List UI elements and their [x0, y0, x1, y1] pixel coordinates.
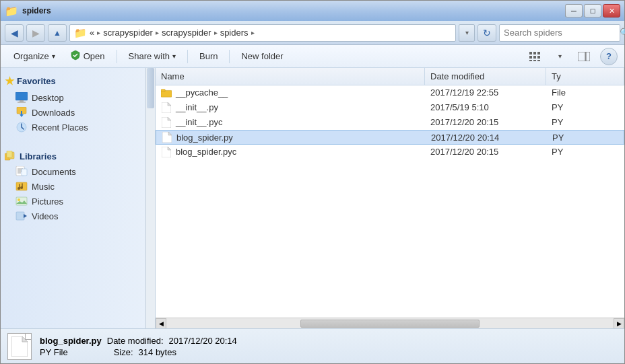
new-folder-button[interactable]: New folder [235, 48, 289, 65]
burn-label: Burn [199, 51, 218, 61]
scroll-right-button[interactable]: ▶ [614, 318, 624, 329]
search-input[interactable] [504, 28, 617, 38]
search-box[interactable]: 🔍 [499, 24, 620, 42]
sidebar: ★ Favorites Desktop [1, 68, 156, 328]
file-name-init-py: __init__.py [156, 102, 425, 113]
preview-pane-button[interactable] [573, 48, 595, 65]
sidebar-item-pictures[interactable]: Pictures [1, 194, 155, 209]
libraries-label: Libraries [20, 151, 57, 161]
view-dropdown-button[interactable]: ▾ [549, 48, 570, 65]
sidebar-item-downloads[interactable]: Downloads [1, 105, 155, 120]
documents-label: Documents [32, 167, 76, 177]
file-type-init-py: PY [546, 102, 624, 112]
window: 📁 spiders ─ □ ✕ ◀ ▶ ▲ 📁 « ▸ scrapyspider… [0, 0, 625, 364]
status-date-value: 2017/12/20 20:14 [169, 336, 237, 346]
help-button[interactable]: ? [600, 48, 618, 65]
share-with-button[interactable]: Share with ▾ [123, 48, 182, 65]
sidebar-item-music[interactable]: Music [1, 179, 155, 194]
libraries-header[interactable]: Libraries [1, 148, 155, 164]
organize-label: Organize [13, 51, 49, 61]
svg-rect-29 [16, 212, 24, 220]
pyc-file-icon [161, 117, 172, 128]
scroll-track[interactable] [166, 318, 614, 329]
table-row[interactable]: __pycache__ 2017/12/19 22:55 File [156, 85, 624, 100]
col-header-type[interactable]: Ty [546, 68, 624, 85]
back-button[interactable]: ◀ [5, 24, 24, 42]
svg-rect-2 [537, 52, 540, 54]
music-icon [15, 181, 28, 192]
status-row-1: blog_spider.py Date modified: 2017/12/20… [40, 336, 237, 346]
scroll-thumb[interactable] [300, 320, 480, 328]
svg-marker-36 [168, 117, 171, 120]
path-segment-3[interactable]: scrapyspider [162, 28, 211, 38]
close-button[interactable]: ✕ [603, 4, 620, 17]
scroll-left-button[interactable]: ◀ [156, 318, 166, 329]
address-path[interactable]: 📁 « ▸ scrapyspider ▸ scrapyspider ▸ spid… [69, 24, 456, 42]
table-row[interactable]: __init__.pyc 2017/12/20 20:15 PY [156, 115, 624, 130]
status-bar: blog_spider.py Date modified: 2017/12/20… [1, 328, 624, 363]
selected-py-file-icon [162, 132, 172, 143]
svg-rect-5 [537, 56, 540, 59]
file-list: __pycache__ 2017/12/19 22:55 File [156, 85, 624, 318]
address-dropdown[interactable]: ▾ [459, 24, 475, 42]
svg-marker-39 [162, 147, 171, 157]
videos-icon [15, 211, 28, 221]
burn-button[interactable]: Burn [193, 48, 224, 65]
open-button[interactable]: Open [64, 48, 111, 65]
search-icon[interactable]: 🔍 [620, 28, 625, 38]
sidebar-item-videos[interactable]: Videos [1, 209, 155, 223]
file-name-text: blog_spider.pyc [176, 147, 236, 157]
svg-marker-37 [162, 132, 172, 143]
share-with-label: Share with [129, 51, 170, 61]
path-segment-4[interactable]: spiders [220, 28, 249, 38]
svg-marker-34 [168, 102, 171, 106]
pictures-label: Pictures [32, 196, 63, 207]
svg-marker-33 [162, 102, 171, 113]
file-name-text: blog_spider.py [176, 133, 233, 143]
status-row-2: PY File Size: 314 bytes [40, 347, 237, 357]
organize-button[interactable]: Organize ▾ [7, 48, 61, 65]
refresh-button[interactable]: ↻ [478, 24, 496, 42]
svg-marker-40 [168, 147, 171, 150]
sidebar-scroll-thumb[interactable] [147, 68, 154, 108]
path-arrow-0: ▸ [97, 29, 100, 36]
libraries-section: Libraries Documents [1, 144, 155, 227]
table-row[interactable]: blog_spider.pyc 2017/12/20 20:15 PY [156, 145, 624, 159]
svg-marker-41 [11, 336, 28, 357]
svg-rect-10 [586, 52, 590, 61]
col-type-label: Ty [552, 71, 561, 81]
documents-icon [15, 166, 28, 177]
sidebar-item-documents[interactable]: Documents [1, 164, 155, 179]
main-content: ★ Favorites Desktop [1, 68, 624, 328]
title-bar-controls: ─ □ ✕ [565, 4, 620, 17]
svg-point-28 [18, 198, 20, 201]
status-file-icon [7, 333, 32, 360]
file-name-pycache: __pycache__ [156, 87, 425, 98]
svg-rect-21 [7, 151, 12, 157]
toolbar-separator-3 [229, 50, 230, 63]
view-list-button[interactable] [525, 48, 546, 65]
svg-rect-3 [529, 56, 532, 59]
path-segment-2[interactable]: scrapyspider [103, 28, 153, 38]
sidebar-item-recent-places[interactable]: Recent Places [1, 120, 155, 135]
horizontal-scrollbar: ◀ ▶ [156, 318, 624, 328]
file-list-container: Name Date modified Ty [156, 68, 624, 328]
favorites-star-icon: ★ [5, 75, 14, 87]
file-type-init-pyc: PY [546, 117, 624, 127]
path-segment-1[interactable]: « [90, 28, 94, 38]
favorites-header[interactable]: ★ Favorites [1, 72, 155, 90]
organize-arrow-icon: ▾ [52, 52, 55, 60]
forward-button[interactable]: ▶ [26, 24, 45, 42]
table-row[interactable]: __init__.py 2017/5/19 5:10 PY [156, 100, 624, 115]
table-row[interactable]: blog_spider.py 2017/12/20 20:14 PY [156, 130, 624, 145]
col-header-date[interactable]: Date modified [425, 68, 546, 85]
file-date-init-pyc: 2017/12/20 20:15 [425, 117, 546, 127]
music-label: Music [32, 182, 55, 192]
sidebar-scrollbar[interactable] [145, 68, 155, 328]
minimize-button[interactable]: ─ [565, 4, 583, 17]
sidebar-item-desktop[interactable]: Desktop [1, 90, 155, 105]
col-header-name[interactable]: Name [156, 68, 425, 85]
up-button[interactable]: ▲ [48, 24, 67, 42]
maximize-button[interactable]: □ [584, 4, 601, 17]
file-date-pycache: 2017/12/19 22:55 [425, 87, 546, 98]
